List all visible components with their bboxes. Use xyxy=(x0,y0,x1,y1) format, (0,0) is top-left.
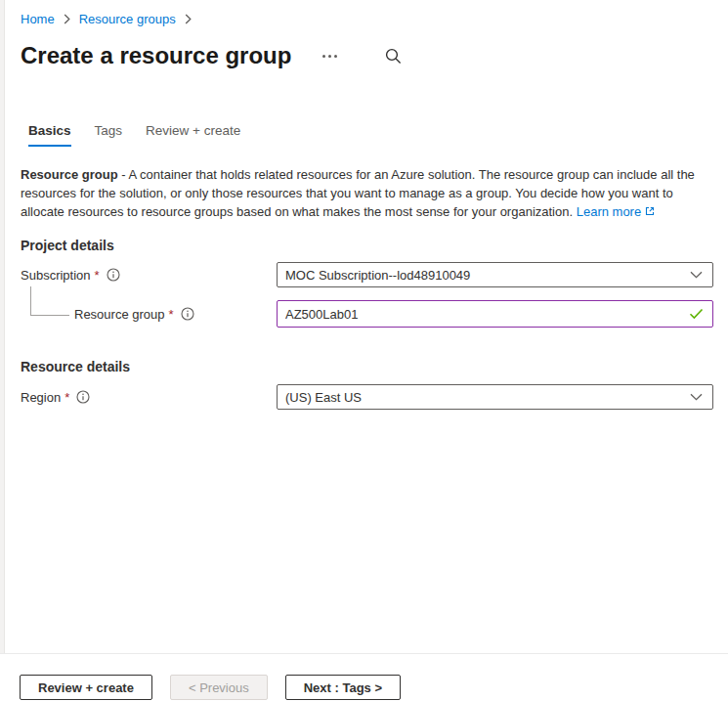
region-label-area: Region * xyxy=(21,390,277,405)
review-create-button[interactable]: Review + create xyxy=(20,675,152,700)
resource-group-field-row: Resource group * xyxy=(21,300,713,328)
wizard-footer: Review + create < Previous Next : Tags > xyxy=(0,653,728,701)
subscription-value: MOC Subscription--lod48910049 xyxy=(285,268,470,283)
breadcrumb: Home Resource groups xyxy=(21,10,713,27)
search-icon[interactable] xyxy=(385,48,402,65)
page-title: Create a resource group xyxy=(21,42,291,69)
breadcrumb-link-resource-groups[interactable]: Resource groups xyxy=(79,12,176,26)
next-tags-button[interactable]: Next : Tags > xyxy=(285,675,401,700)
learn-more-link[interactable]: Learn more xyxy=(577,204,656,219)
subscription-label-area: Subscription * xyxy=(21,268,277,283)
external-link-icon xyxy=(644,205,656,217)
required-asterisk: * xyxy=(95,268,100,283)
tab-tags[interactable]: Tags xyxy=(95,123,123,147)
more-options-icon[interactable] xyxy=(319,49,341,64)
tab-list: Basics Tags Review + create xyxy=(28,123,713,147)
tab-review-create[interactable]: Review + create xyxy=(146,123,240,147)
region-value: (US) East US xyxy=(285,390,362,405)
resource-group-label: Resource group xyxy=(74,307,165,322)
chevron-down-icon xyxy=(690,271,703,279)
region-field-row: Region * (US) East US xyxy=(21,384,713,410)
field-connector-line xyxy=(30,286,69,316)
required-asterisk: * xyxy=(64,390,69,405)
chevron-down-icon xyxy=(690,393,703,401)
description-lead: Resource group xyxy=(21,167,118,182)
region-dropdown[interactable]: (US) East US xyxy=(277,384,713,410)
subscription-dropdown[interactable]: MOC Subscription--lod48910049 xyxy=(277,262,713,287)
project-details-heading: Project details xyxy=(21,238,713,253)
previous-button[interactable]: < Previous xyxy=(170,675,268,700)
learn-more-label: Learn more xyxy=(577,204,641,219)
title-row: Create a resource group xyxy=(21,40,713,71)
resource-details-heading: Resource details xyxy=(21,359,713,374)
resource-group-description: Resource group - A container that holds … xyxy=(21,165,712,221)
required-asterisk: * xyxy=(169,307,174,322)
breadcrumb-link-home[interactable]: Home xyxy=(21,12,55,26)
valid-check-icon xyxy=(689,308,704,320)
info-icon[interactable] xyxy=(76,390,90,404)
subscription-field-row: Subscription * MOC Subscription--lod4891… xyxy=(21,262,713,287)
region-label: Region xyxy=(21,390,61,405)
page-left-edge xyxy=(0,0,5,701)
tab-basics[interactable]: Basics xyxy=(28,123,71,147)
resource-group-input-wrapper xyxy=(277,300,713,328)
info-icon[interactable] xyxy=(107,268,120,282)
chevron-right-icon xyxy=(64,14,70,24)
resource-group-input[interactable] xyxy=(278,301,689,327)
info-icon[interactable] xyxy=(181,307,194,321)
create-resource-group-blade: Home Resource groups Create a resource g… xyxy=(0,0,728,410)
subscription-label: Subscription xyxy=(21,268,91,283)
chevron-right-icon xyxy=(185,14,192,24)
